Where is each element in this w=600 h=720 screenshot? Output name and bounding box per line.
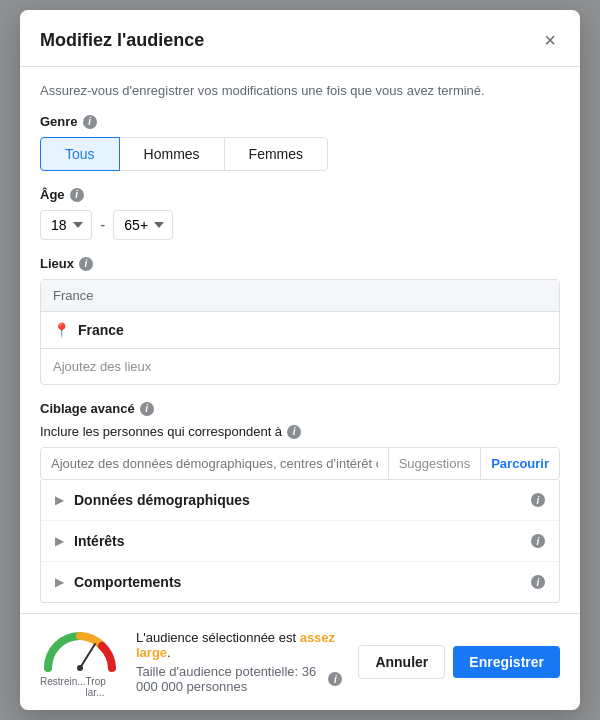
modal-dialog: Modifiez l'audience × Assurez-vous d'enr… (20, 10, 580, 710)
interests-info-icon[interactable]: i (531, 534, 545, 548)
inclure-info-icon[interactable]: i (287, 425, 301, 439)
gender-tous-button[interactable]: Tous (40, 137, 120, 171)
chevron-right-icon-3: ▶ (55, 575, 64, 589)
gender-femmes-button[interactable]: Femmes (224, 137, 328, 171)
modal-overlay: Modifiez l'audience × Assurez-vous d'enr… (0, 0, 600, 720)
audience-potential: Taille d'audience potentielle: 36 000 00… (136, 664, 342, 694)
genre-info-icon[interactable]: i (83, 115, 97, 129)
ciblage-info-icon[interactable]: i (140, 402, 154, 416)
close-button[interactable]: × (540, 26, 560, 54)
targeting-row-interests[interactable]: ▶ Intérêts i (41, 521, 559, 562)
gauge-max-label: Trop lar... (86, 676, 120, 698)
lieux-box: France 📍 France Ajoutez des lieux (40, 279, 560, 385)
modal-subtitle: Assurez-vous d'enregistrer vos modificat… (40, 83, 560, 98)
gauge-min-label: Restrein... (40, 676, 86, 698)
behaviors-info-icon[interactable]: i (531, 575, 545, 589)
ciblage-section-label: Ciblage avancé i (40, 401, 560, 416)
targeting-behaviors-label: Comportements (74, 574, 181, 590)
demo-info-icon[interactable]: i (531, 493, 545, 507)
gauge-container: Restrein... Trop lar... (40, 626, 120, 698)
lieux-info-icon[interactable]: i (79, 257, 93, 271)
gauge-chart (40, 626, 120, 674)
suggestions-button[interactable]: Suggestions (388, 448, 481, 479)
modal-title: Modifiez l'audience (40, 30, 204, 51)
gender-buttons-group: Tous Hommes Femmes (40, 137, 560, 171)
svg-point-1 (77, 665, 83, 671)
targeting-search-input[interactable] (41, 448, 388, 479)
modal-footer: Restrein... Trop lar... L'audience sélec… (20, 613, 580, 710)
age-max-select[interactable]: 65+ 18 25 35 45 55 (113, 210, 173, 240)
modal-header: Modifiez l'audience × (20, 10, 580, 67)
targeting-interests-label: Intérêts (74, 533, 125, 549)
age-dash: - (100, 216, 105, 234)
gender-hommes-button[interactable]: Hommes (119, 137, 225, 171)
lieux-item: 📍 France (41, 312, 559, 349)
targeting-row-behaviors[interactable]: ▶ Comportements i (41, 562, 559, 602)
inclure-label: Inclure les personnes qui correspondent … (40, 424, 560, 439)
lieux-section-label: Lieux i (40, 256, 560, 271)
targeting-demo-label: Données démographiques (74, 492, 250, 508)
audience-size-text: L'audience sélectionnée est assez large. (136, 630, 342, 660)
search-targeting-box: Suggestions Parcourir (40, 447, 560, 480)
svg-line-0 (80, 644, 95, 668)
chevron-right-icon-2: ▶ (55, 534, 64, 548)
parcourir-button[interactable]: Parcourir (480, 448, 559, 479)
annuler-button[interactable]: Annuler (358, 645, 445, 679)
location-pin-icon: 📍 (53, 322, 70, 338)
targeting-categories: ▶ Données démographiques i ▶ Intérêts i (40, 480, 560, 603)
targeting-row-demo[interactable]: ▶ Données démographiques i (41, 480, 559, 521)
lieux-add-input[interactable]: Ajoutez des lieux (41, 349, 559, 384)
age-info-icon[interactable]: i (70, 188, 84, 202)
enregistrer-button[interactable]: Enregistrer (453, 646, 560, 678)
potential-info-icon[interactable]: i (328, 672, 342, 686)
chevron-right-icon: ▶ (55, 493, 64, 507)
audience-info: L'audience sélectionnée est assez large.… (136, 630, 342, 694)
lieux-item-text: France (78, 322, 124, 338)
modal-body: Assurez-vous d'enregistrer vos modificat… (20, 67, 580, 613)
age-section-label: Âge i (40, 187, 560, 202)
genre-section-label: Genre i (40, 114, 560, 129)
age-row: 18 13 21 25 30 - 65+ 18 25 35 45 55 (40, 210, 560, 240)
lieux-header: France (41, 280, 559, 312)
bottom-buttons: Annuler Enregistrer (358, 645, 560, 679)
age-min-select[interactable]: 18 13 21 25 30 (40, 210, 92, 240)
ciblage-section: Ciblage avancé i Inclure les personnes q… (40, 401, 560, 603)
